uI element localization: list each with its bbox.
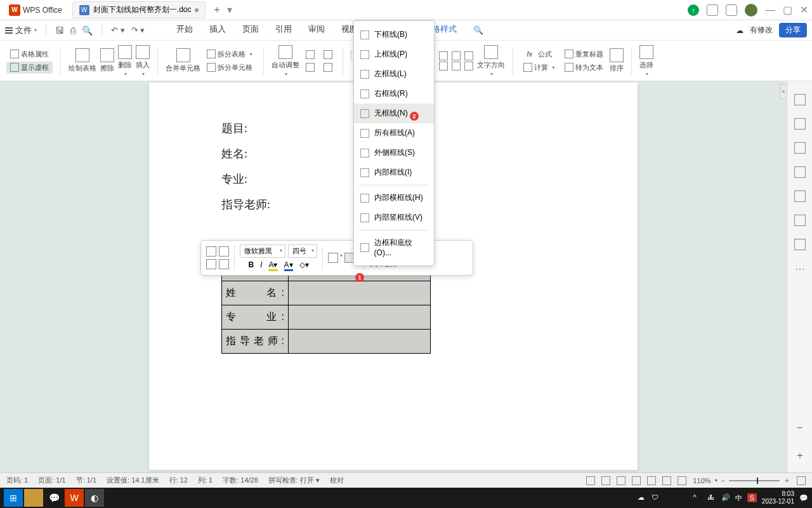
tab-reference[interactable]: 引用 xyxy=(275,23,292,37)
text-direction-icon[interactable] xyxy=(484,45,498,59)
app-icon[interactable]: ◐ xyxy=(85,489,104,507)
pointer-icon[interactable] xyxy=(794,118,806,130)
align-mid-left-icon[interactable] xyxy=(439,62,448,70)
border-inner-h-item[interactable]: 内部横框线(H) xyxy=(354,188,434,208)
merge-cells-icon[interactable] xyxy=(176,48,190,62)
eraser-icon[interactable] xyxy=(100,48,114,62)
notification-icon[interactable]: 💬 xyxy=(799,494,808,502)
tray-security-icon[interactable]: 🛡 xyxy=(652,493,660,502)
border-icon[interactable] xyxy=(328,253,338,263)
sort-icon[interactable] xyxy=(610,48,624,62)
table-cell-empty[interactable] xyxy=(289,281,431,305)
cursor-select-icon[interactable] xyxy=(639,45,653,59)
new-tab-button[interactable]: ＋ xyxy=(212,3,222,17)
formula-button[interactable]: fx 公式 xyxy=(525,48,555,60)
pencil-icon[interactable] xyxy=(794,94,806,105)
outline-view-icon[interactable] xyxy=(617,476,625,485)
help-icon[interactable] xyxy=(794,239,806,250)
distribute-rows-button[interactable] xyxy=(321,49,335,60)
table-cell-empty[interactable] xyxy=(289,330,431,354)
align-top-left-icon[interactable] xyxy=(439,51,448,60)
autofit-icon[interactable] xyxy=(278,45,292,59)
settings-icon[interactable] xyxy=(678,476,686,485)
border-none-item[interactable]: 无框线(N) xyxy=(354,104,434,123)
close-button[interactable]: ✕ xyxy=(800,4,808,16)
calculate-button[interactable]: 计算 xyxy=(521,62,558,74)
format-painter-icon[interactable] xyxy=(219,259,229,269)
fullscreen-icon[interactable] xyxy=(797,476,806,485)
ime-indicator[interactable]: 中 xyxy=(735,493,742,503)
app-center-icon[interactable] xyxy=(707,4,718,16)
eye-icon[interactable] xyxy=(586,476,595,485)
table-cell-empty[interactable] xyxy=(289,305,431,330)
ime-s-icon[interactable]: S xyxy=(747,493,757,502)
cloud-storage-icon[interactable] xyxy=(794,166,806,178)
save-icon[interactable]: 🖫 xyxy=(55,25,64,36)
more-icon[interactable]: ⋯ xyxy=(795,263,805,275)
notes-icon[interactable] xyxy=(662,476,671,485)
document-tab[interactable]: W 封面下划线如何整齐划一.doc xyxy=(72,1,206,18)
border-inner-v-item[interactable]: 内部竖框线(V) xyxy=(354,208,434,227)
align-mid-center-icon[interactable] xyxy=(452,62,461,70)
user-avatar[interactable] xyxy=(745,4,757,17)
border-dialog-item[interactable]: 边框和底纹(O)... xyxy=(354,233,434,262)
reading-view-icon[interactable] xyxy=(632,476,641,485)
page-view-icon[interactable] xyxy=(601,476,610,485)
system-clock[interactable]: 8:03 2023-12-01 xyxy=(762,490,794,505)
share-button[interactable]: 分享 xyxy=(779,23,807,37)
web-view-icon[interactable] xyxy=(647,476,656,485)
italic-icon[interactable]: I xyxy=(260,260,262,271)
repeat-title-button[interactable]: 重复标题 xyxy=(562,48,606,60)
border-outer-item[interactable]: 外侧框线(S) xyxy=(354,143,434,163)
redo-icon[interactable]: ↷ ▾ xyxy=(131,25,145,35)
copy-icon[interactable] xyxy=(206,246,216,257)
col-width-button[interactable] xyxy=(303,62,317,73)
row-height-button[interactable] xyxy=(303,49,317,60)
floating-font-size[interactable]: 四号▾ xyxy=(288,244,317,258)
split-cells-button[interactable]: 拆分单元格 xyxy=(204,62,255,74)
table-properties-button[interactable]: 表格属性 xyxy=(8,48,51,60)
status-page-no[interactable]: 页码: 1 xyxy=(6,476,28,485)
wps-taskbar-icon[interactable]: W xyxy=(65,489,84,507)
tray-volume-icon[interactable]: 🔊 xyxy=(721,493,730,502)
undo-icon[interactable]: ↶ ▾ xyxy=(111,25,125,35)
to-text-button[interactable]: 转为文本 xyxy=(562,62,606,74)
zoom-slider[interactable]: 110%▾ − ＋ xyxy=(693,476,790,485)
start-button[interactable]: ⊞ xyxy=(4,489,23,507)
tools-icon[interactable] xyxy=(794,190,806,202)
distribute-cols-button[interactable] xyxy=(321,62,335,73)
new-tab-chevron-icon[interactable]: ▾ xyxy=(227,4,232,16)
align-top-right-icon[interactable] xyxy=(464,51,473,60)
border-all-item[interactable]: 所有框线(A) xyxy=(354,123,434,143)
align-mid-right-icon[interactable] xyxy=(464,62,473,70)
border-bottom-item[interactable]: 下框线(B) xyxy=(354,25,434,44)
collapse-handle[interactable]: « xyxy=(780,84,787,99)
tab-start[interactable]: 开始 xyxy=(176,23,193,37)
border-right-item[interactable]: 右框线(R) xyxy=(354,84,434,104)
split-table-button[interactable]: 拆分表格 xyxy=(204,48,256,60)
show-virtual-frame-button[interactable]: 显示虚框 xyxy=(6,62,53,74)
status-word-count[interactable]: 字数: 14/28 xyxy=(223,476,258,485)
print-preview-icon[interactable]: 🔍 xyxy=(82,25,93,36)
tray-cloud-icon[interactable]: ☁ xyxy=(638,493,646,502)
clear-format-icon[interactable]: ◇▾ xyxy=(299,260,309,271)
status-section[interactable]: 节: 1/1 xyxy=(76,476,96,485)
tab-review[interactable]: 审阅 xyxy=(308,23,325,37)
status-page[interactable]: 页面: 1/1 xyxy=(38,476,65,485)
draw-table-icon[interactable] xyxy=(75,48,89,62)
file-menu[interactable]: 文件 ▾ xyxy=(5,25,37,36)
zoom-out-button[interactable]: − xyxy=(721,477,725,485)
cut-icon[interactable] xyxy=(206,259,216,269)
zoom-in-button[interactable]: ＋ xyxy=(783,476,790,485)
tray-network-icon[interactable]: 🖧 xyxy=(707,493,716,502)
border-inner-item[interactable]: 内部框线(I) xyxy=(354,163,434,182)
tray-icon-1[interactable] xyxy=(665,493,674,502)
maximize-button[interactable]: ▢ xyxy=(783,4,792,16)
insert-icon[interactable] xyxy=(136,45,150,59)
zoom-out-icon[interactable]: − xyxy=(797,422,802,434)
file-explorer-icon[interactable] xyxy=(24,489,43,507)
border-top-item[interactable]: 上框线(P) xyxy=(354,44,434,64)
layers-icon[interactable] xyxy=(794,142,806,154)
minimize-button[interactable]: — xyxy=(765,4,775,16)
highlight-color-icon[interactable]: A▾ xyxy=(268,260,277,271)
